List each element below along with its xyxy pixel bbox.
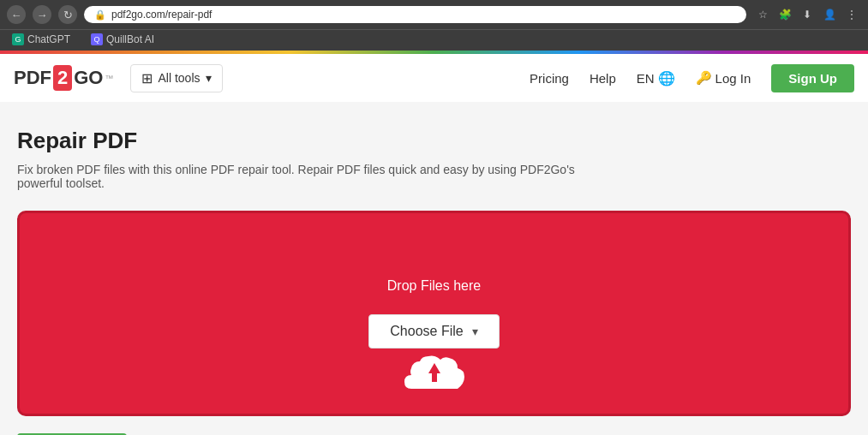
chevron-down-icon: ▾	[472, 325, 478, 338]
chatgpt-label: ChatGPT	[27, 33, 70, 45]
signup-button[interactable]: Sign Up	[771, 64, 854, 92]
help-link[interactable]: Help	[590, 71, 616, 86]
quillbot-favicon: Q	[91, 33, 103, 45]
bookmarks-bar: G ChatGPT Q QuillBot AI	[0, 29, 868, 51]
globe-icon: 🌐	[658, 70, 675, 86]
bookmark-quillbot[interactable]: Q QuillBot AI	[86, 32, 159, 47]
login-icon: 🔑	[696, 70, 712, 86]
lang-label: EN	[637, 71, 655, 86]
page-title: Repair PDF	[17, 128, 851, 154]
nav-links: Pricing Help EN 🌐 🔑 Log In Sign Up	[530, 64, 854, 92]
extensions-button[interactable]: 🧩	[775, 5, 794, 24]
browser-chrome: ← → ↻ 🔒 pdf2go.com/repair-pdf ☆ 🧩 ⬇ 👤 ⋮	[0, 0, 868, 29]
lang-selector[interactable]: EN 🌐	[637, 70, 675, 86]
bookmark-chatgpt[interactable]: G ChatGPT	[7, 32, 75, 47]
reload-button[interactable]: ↻	[58, 5, 77, 24]
chevron-down-icon: ▾	[206, 71, 212, 85]
address-bar[interactable]: 🔒 pdf2go.com/repair-pdf	[84, 6, 746, 23]
bookmark-star-button[interactable]: ☆	[753, 5, 772, 24]
login-label: Log In	[715, 71, 751, 86]
back-button[interactable]: ←	[7, 5, 26, 24]
menu-button[interactable]: ⋮	[842, 5, 861, 24]
page-description: Fix broken PDF files with this online PD…	[17, 163, 617, 190]
drop-files-text: Drop Files here	[387, 278, 481, 294]
pricing-link[interactable]: Pricing	[530, 71, 569, 86]
quillbot-label: QuillBot AI	[106, 33, 154, 45]
logo-go: GO	[74, 67, 103, 89]
logo-pdf: PDF	[14, 67, 51, 89]
cloud-upload-icon	[396, 348, 473, 402]
login-button[interactable]: 🔑 Log In	[696, 70, 751, 86]
logo[interactable]: PDF 2 GO ™	[14, 65, 113, 91]
logo-2: 2	[53, 65, 72, 91]
logo-tm: ™	[105, 74, 113, 83]
upload-area[interactable]: Drop Files here Choose File ▾	[17, 211, 851, 416]
all-tools-button[interactable]: ⊞ All tools ▾	[130, 64, 222, 92]
lock-icon: 🔒	[94, 9, 106, 21]
main-nav: PDF 2 GO ™ ⊞ All tools ▾ Pricing Help EN…	[0, 54, 868, 102]
forward-button[interactable]: →	[33, 5, 51, 24]
choose-file-button[interactable]: Choose File ▾	[368, 314, 499, 349]
download-button[interactable]: ⬇	[798, 5, 817, 24]
page-wrapper: Repair PDF Fix broken PDF files with thi…	[17, 128, 851, 435]
chatgpt-favicon: G	[12, 33, 24, 45]
url-text: pdf2go.com/repair-pdf	[111, 9, 212, 21]
browser-actions: ☆ 🧩 ⬇ 👤 ⋮	[753, 5, 861, 24]
profile-button[interactable]: 👤	[820, 5, 839, 24]
choose-file-label: Choose File	[390, 324, 463, 339]
grid-icon: ⊞	[141, 70, 153, 86]
page-content: Repair PDF Fix broken PDF files with thi…	[0, 102, 868, 435]
all-tools-label: All tools	[158, 71, 200, 85]
